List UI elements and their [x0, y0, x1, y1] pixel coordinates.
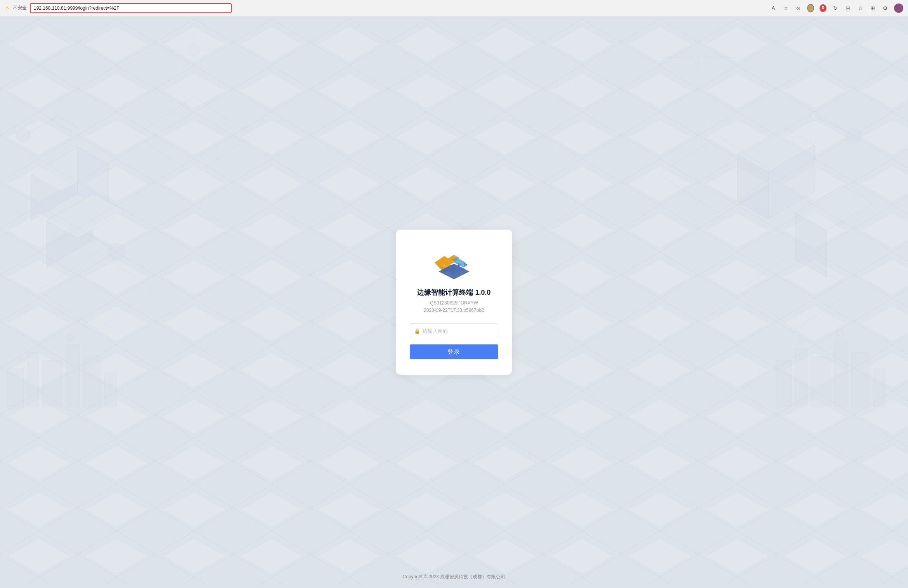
warning-triangle-icon: ⚠ [5, 5, 10, 11]
login-button[interactable]: 登录 [410, 344, 498, 359]
svg-rect-30 [776, 360, 792, 407]
logo-area [431, 245, 477, 282]
extensions-icon[interactable]: ∞ [795, 5, 802, 12]
page-background: 边缘智能计算终端 1.0.0 QS31230825PGRXYW 2023-09-… [0, 16, 908, 588]
svg-rect-33 [834, 341, 848, 407]
profile-icon[interactable] [807, 5, 814, 12]
app-subtitle: QS31230825PGRXYW 2023-09-22T17:33.b5967b… [424, 299, 484, 314]
lock-icon: 🔒 [414, 328, 420, 334]
translate-icon[interactable]: A [770, 5, 777, 12]
star-icon[interactable]: ☆ [782, 5, 789, 12]
svg-rect-31 [795, 349, 807, 407]
toolbar-icons: A ☆ ∞ R ↻ ⊟ ☆ ⊞ ⚙ [770, 3, 903, 13]
svg-point-28 [18, 357, 24, 363]
address-bar[interactable]: 192.168.110.81:9999/login?redirect=%2F [30, 3, 232, 13]
insecure-label: 不安全 [13, 5, 27, 11]
svg-rect-25 [66, 345, 80, 407]
password-input[interactable] [423, 328, 494, 334]
svg-rect-26 [83, 356, 101, 407]
settings-icon[interactable]: ⚙ [882, 5, 889, 12]
password-field: 🔒 [410, 323, 498, 338]
user-avatar[interactable] [894, 3, 903, 13]
browser-chrome: ⚠ 不安全 192.168.110.81:9999/login?redirect… [0, 0, 908, 16]
bookmark-icon[interactable]: ☆ [857, 5, 864, 12]
svg-point-37 [836, 329, 844, 337]
address-text: 192.168.110.81:9999/login?redirect=%2F [34, 5, 120, 11]
svg-rect-24 [43, 360, 62, 407]
footer: Copyright © 2023 成理智源科技（成都）有限公司 [0, 574, 908, 580]
svg-point-45 [693, 52, 704, 64]
grid-icon[interactable]: ⊞ [869, 5, 876, 12]
svg-rect-27 [105, 372, 116, 407]
login-card: 边缘智能计算终端 1.0.0 QS31230825PGRXYW 2023-09-… [396, 230, 512, 375]
svg-rect-32 [811, 356, 830, 407]
copyright-text: Copyright © 2023 成理智源科技（成都）有限公司 [403, 574, 506, 579]
svg-point-40 [188, 44, 200, 56]
app-title: 边缘智能计算终端 1.0.0 [417, 288, 490, 297]
addon-icon[interactable]: R [820, 5, 827, 12]
svg-point-29 [66, 333, 74, 341]
svg-rect-22 [8, 368, 23, 407]
svg-point-36 [798, 338, 804, 344]
svg-rect-35 [873, 368, 885, 407]
svg-rect-34 [852, 353, 869, 407]
app-logo [431, 245, 477, 280]
split-icon[interactable]: ⊟ [844, 5, 851, 12]
refresh-icon[interactable]: ↻ [832, 5, 839, 12]
svg-rect-23 [27, 353, 39, 407]
